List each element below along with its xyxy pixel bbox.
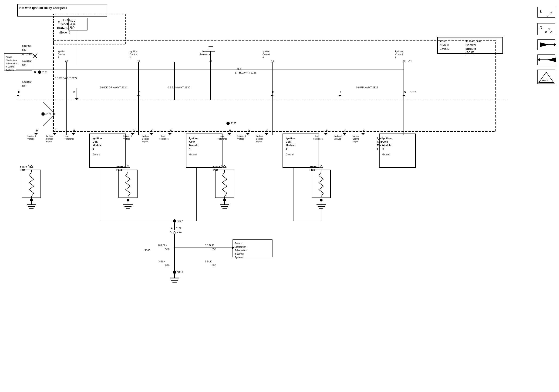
svg-text:Power: Power: [6, 56, 12, 58]
svg-text:450: 450: [212, 264, 216, 267]
svg-text:D: D: [36, 129, 38, 132]
svg-text:F: F: [340, 91, 341, 93]
svg-marker-230: [223, 165, 226, 167]
svg-text:0.8 RED/WHT  2122: 0.8 RED/WHT 2122: [55, 77, 77, 80]
svg-marker-299: [173, 231, 176, 234]
svg-text:C1=BLU: C1=BLU: [440, 44, 449, 46]
svg-text:Ignition: Ignition: [46, 135, 53, 137]
svg-text:B: B: [326, 129, 328, 132]
svg-marker-130: [131, 133, 134, 135]
svg-text:J10: J10: [58, 27, 62, 29]
svg-text:D: D: [345, 129, 346, 132]
svg-text:0.8 PNK: 0.8 PNK: [22, 60, 32, 63]
svg-text:2: 2: [58, 56, 59, 59]
svg-text:6: 6: [262, 56, 264, 59]
svg-text:(Bottom): (Bottom): [59, 31, 70, 34]
svg-rect-195: [22, 170, 41, 198]
svg-text:839: 839: [22, 48, 26, 51]
svg-text:0.8 BLK: 0.8 BLK: [205, 244, 214, 246]
svg-rect-207: [119, 170, 137, 198]
svg-text:Schematics: Schematics: [235, 249, 247, 252]
svg-text:O: O: [546, 14, 549, 17]
svg-text:Powertrain: Powertrain: [466, 40, 481, 43]
svg-text:0.8 BLK: 0.8 BLK: [158, 244, 168, 246]
svg-text:3 BLK: 3 BLK: [158, 260, 166, 263]
svg-text:Control: Control: [142, 138, 149, 140]
svg-marker-44: [538, 58, 540, 61]
svg-text:C107: C107: [176, 227, 181, 230]
svg-text:Signal: Signal: [256, 140, 262, 143]
svg-text:Hot with Ignition Relay Energi: Hot with Ignition Relay Energized: [19, 6, 67, 9]
svg-text:Reference: Reference: [159, 138, 169, 140]
svg-text:C: C: [363, 129, 365, 132]
svg-text:Ignition: Ignition: [189, 137, 198, 140]
svg-text:Module: Module: [382, 144, 391, 146]
svg-text:D: D: [133, 129, 134, 132]
svg-text:PCM: PCM: [440, 40, 446, 43]
svg-marker-218: [126, 165, 130, 167]
svg-text:B: B: [73, 91, 75, 93]
svg-text:28: 28: [271, 60, 274, 63]
svg-text:Module: Module: [466, 47, 476, 50]
svg-point-148: [226, 122, 230, 125]
svg-text:L: L: [540, 9, 542, 13]
svg-text:(PCM): (PCM): [466, 51, 474, 54]
svg-text:Coil/: Coil/: [286, 140, 291, 143]
svg-text:LT BLU/WHT  2126: LT BLU/WHT 2126: [235, 71, 256, 74]
svg-text:B: B: [73, 129, 75, 132]
svg-rect-219: [215, 170, 234, 198]
svg-marker-155: [265, 133, 268, 135]
svg-marker-206: [30, 165, 33, 167]
svg-text:Ignition: Ignition: [130, 50, 137, 53]
svg-text:Control: Control: [46, 138, 53, 140]
svg-text:6: 6: [286, 147, 287, 150]
svg-text:Ground: Ground: [286, 153, 293, 156]
svg-marker-174: [361, 133, 365, 135]
svg-marker-170: [324, 133, 327, 135]
svg-text:Control: Control: [395, 53, 403, 56]
svg-text:29: 29: [137, 60, 140, 63]
svg-text:Voltage: Voltage: [334, 138, 341, 140]
svg-text:Ignition 1: Ignition 1: [334, 135, 343, 137]
svg-text:B: B: [170, 129, 172, 132]
svg-text:Voltage: Voltage: [237, 138, 244, 140]
svg-text:Distribution: Distribution: [6, 59, 17, 61]
diagram-container: Hot with Ignition Relay Energized Fuse B…: [0, 0, 559, 392]
svg-text:A: A: [170, 230, 171, 233]
svg-text:A: A: [22, 53, 24, 56]
svg-text:Plug: Plug: [309, 168, 315, 171]
svg-text:Signal: Signal: [353, 140, 358, 143]
svg-text:2: 2: [93, 147, 94, 150]
svg-marker-134: [168, 133, 171, 135]
svg-text:Ground: Ground: [189, 153, 197, 156]
svg-text:C107: C107: [410, 91, 416, 93]
svg-marker-172: [343, 133, 346, 135]
svg-point-59: [38, 71, 41, 74]
svg-marker-62: [34, 71, 37, 73]
svg-text:in Wiring: in Wiring: [235, 253, 244, 255]
svg-text:S100: S100: [144, 249, 150, 252]
svg-text:S: S: [548, 28, 550, 31]
svg-text:Low: Low: [65, 135, 69, 137]
svg-text:0.8 BRN/WHT  2130: 0.8 BRN/WHT 2130: [168, 86, 190, 89]
svg-text:4: 4: [189, 147, 191, 150]
svg-text:OBD II: OBD II: [542, 79, 548, 82]
svg-text:Coil/: Coil/: [189, 140, 195, 143]
svg-text:Voltage: Voltage: [123, 138, 130, 140]
svg-text:in Wiring: in Wiring: [6, 65, 14, 68]
svg-text:550: 550: [165, 264, 169, 267]
svg-text:H: H: [18, 91, 20, 94]
svg-text:Reference: Reference: [200, 53, 211, 56]
svg-text:Control: Control: [466, 43, 476, 47]
svg-text:8: 8: [395, 56, 397, 59]
svg-text:Control: Control: [256, 138, 263, 140]
svg-text:A: A: [171, 227, 173, 230]
svg-text:J11: J11: [58, 21, 62, 24]
svg-marker-111: [34, 133, 38, 135]
svg-text:Control: Control: [58, 53, 65, 56]
svg-text:Systems: Systems: [6, 69, 14, 71]
svg-text:550: 550: [212, 248, 216, 251]
svg-text:8: 8: [377, 147, 378, 150]
svg-text:0.5 PNK: 0.5 PNK: [22, 81, 32, 84]
svg-text:Module: Module: [286, 144, 295, 146]
